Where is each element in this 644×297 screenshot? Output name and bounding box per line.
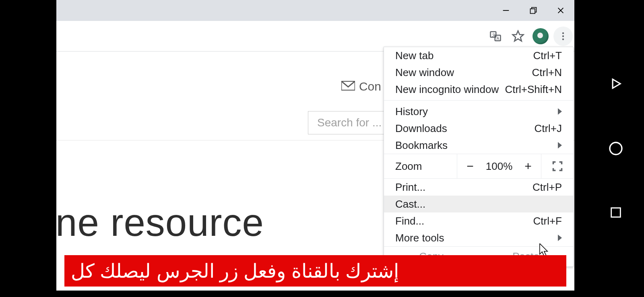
menu-item-history[interactable]: History	[384, 103, 573, 120]
bookmark-star-icon[interactable]	[508, 27, 528, 46]
window-controls	[492, 0, 574, 21]
menu-label: New tab	[395, 50, 433, 62]
menu-shortcut: Ctrl+F	[533, 215, 562, 227]
svg-marker-0	[613, 79, 620, 88]
zoom-value: 100%	[483, 154, 515, 178]
menu-item-find[interactable]: Find... Ctrl+F	[384, 212, 573, 229]
menu-label: More tools	[395, 232, 444, 244]
menu-shortcut: Ctrl+Shift+N	[505, 83, 562, 96]
android-home-button[interactable]	[608, 140, 624, 158]
menu-shortcut: Ctrl+J	[534, 122, 562, 135]
menu-label: New window	[395, 66, 454, 79]
svg-point-1	[610, 142, 622, 155]
menu-label: Print...	[395, 181, 425, 194]
zoom-label: Zoom	[384, 154, 457, 178]
svg-point-13	[562, 32, 564, 34]
profile-avatar[interactable]	[531, 27, 550, 46]
svg-rect-2	[611, 208, 621, 217]
contact-link[interactable]: Con	[341, 80, 381, 93]
svg-rect-5	[530, 9, 535, 14]
envelope-icon	[341, 80, 355, 93]
translate-icon[interactable]: 文 A	[486, 27, 505, 46]
menu-label: Cast...	[395, 198, 425, 210]
close-button[interactable]	[547, 0, 574, 21]
zoom-out-button[interactable]: −	[457, 154, 483, 178]
chevron-right-icon	[558, 142, 562, 148]
menu-label: New incognito window	[395, 83, 499, 96]
menu-item-downloads[interactable]: Downloads Ctrl+J	[384, 120, 573, 137]
subscribe-ticker: إشترك بالقناة وفعل زر الجرس ليصلك كل	[64, 255, 566, 287]
menu-shortcut: Ctrl+P	[533, 181, 562, 194]
android-recent-button[interactable]	[609, 206, 623, 221]
menu-zoom-row: Zoom − 100% +	[384, 154, 573, 179]
menu-item-new-window[interactable]: New window Ctrl+N	[384, 64, 573, 81]
android-back-button[interactable]	[608, 76, 623, 93]
contact-label: Con	[359, 80, 381, 93]
svg-text:文: 文	[492, 33, 496, 37]
menu-item-new-incognito[interactable]: New incognito window Ctrl+Shift+N	[384, 81, 573, 98]
svg-marker-12	[513, 31, 524, 41]
menu-label: Downloads	[395, 122, 447, 135]
browser-window: 文 A Con ne resource New tab Ctrl+T	[56, 0, 574, 291]
menu-label: Bookmarks	[395, 139, 448, 152]
svg-point-14	[562, 35, 564, 37]
minimize-button[interactable]	[492, 0, 520, 21]
menu-item-cast[interactable]: Cast...	[384, 196, 573, 212]
chevron-right-icon	[558, 108, 562, 115]
ticker-text: إشترك بالقناة وفعل زر الجرس ليصلك كل	[71, 260, 399, 282]
kebab-menu-button[interactable]	[553, 27, 573, 46]
menu-shortcut: Ctrl+T	[533, 50, 562, 62]
svg-text:A: A	[497, 36, 500, 40]
browser-main-menu: New tab Ctrl+T New window Ctrl+N New inc…	[384, 47, 574, 267]
chevron-right-icon	[558, 235, 562, 241]
menu-item-new-tab[interactable]: New tab Ctrl+T	[384, 47, 573, 64]
menu-item-print[interactable]: Print... Ctrl+P	[384, 179, 573, 196]
menu-shortcut: Ctrl+N	[532, 66, 562, 79]
menu-item-more-tools[interactable]: More tools	[384, 229, 573, 246]
maximize-button[interactable]	[520, 0, 547, 21]
svg-point-15	[562, 38, 564, 40]
fullscreen-button[interactable]	[541, 154, 573, 178]
menu-label: Find...	[395, 215, 424, 227]
menu-separator	[384, 100, 573, 101]
menu-label: History	[395, 105, 428, 118]
android-nav-bar	[588, 0, 644, 297]
page-heading-fragment: ne resource	[56, 200, 264, 245]
zoom-in-button[interactable]: +	[515, 154, 541, 178]
menu-item-bookmarks[interactable]: Bookmarks	[384, 137, 573, 154]
